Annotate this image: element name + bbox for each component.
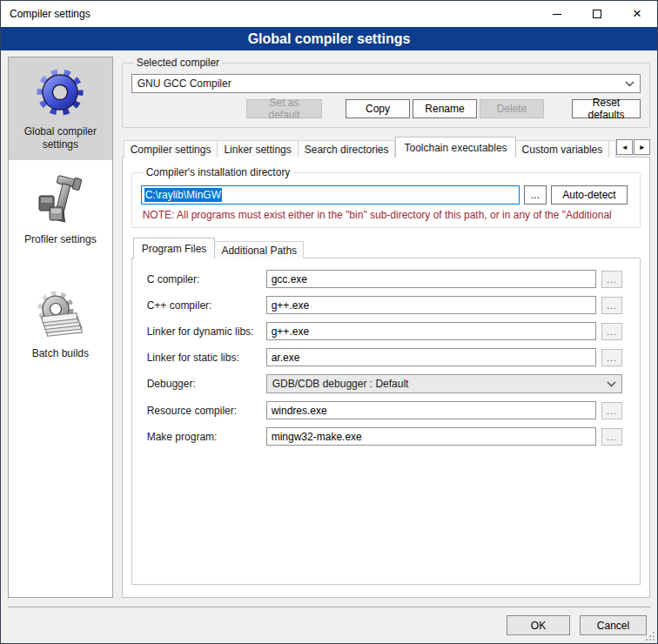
c-compiler-input[interactable] bbox=[266, 270, 596, 288]
cancel-button[interactable]: Cancel bbox=[580, 615, 647, 635]
static-linker-input[interactable] bbox=[266, 348, 596, 366]
field-label: Linker for static libs: bbox=[141, 352, 261, 364]
minimize-button[interactable] bbox=[537, 1, 577, 27]
debugger-select[interactable]: GDB/CDB debugger : Default bbox=[266, 374, 622, 393]
close-icon: × bbox=[633, 5, 641, 23]
compiler-actions: Set as default Copy Rename Delete Reset … bbox=[131, 99, 641, 118]
field-label: C compiler: bbox=[141, 273, 261, 285]
set-as-default-button[interactable]: Set as default bbox=[246, 99, 322, 118]
tab-toolchain-executables[interactable]: Toolchain executables bbox=[395, 137, 515, 158]
sidebar-item-batch-builds[interactable]: Batch builds bbox=[9, 279, 112, 369]
window-title: Compiler settings bbox=[1, 8, 91, 20]
blue-gear-icon bbox=[32, 64, 88, 120]
arrow-right-icon: ► bbox=[639, 144, 646, 151]
chevron-down-icon bbox=[625, 81, 634, 87]
field-row-cpp-compiler: C++ compiler: ... bbox=[141, 296, 622, 314]
reset-defaults-button[interactable]: Reset defaults bbox=[572, 99, 641, 118]
field-row-make-program: Make program: ... bbox=[141, 427, 622, 446]
settings-content: Selected compiler GNU GCC Compiler Set a… bbox=[122, 57, 650, 598]
installation-directory-value: C:\raylib\MinGW bbox=[144, 188, 222, 202]
delete-button[interactable]: Delete bbox=[480, 99, 544, 118]
field-label: Resource compiler: bbox=[141, 405, 261, 417]
resize-grip[interactable] bbox=[645, 631, 655, 641]
dynamic-linker-input[interactable] bbox=[266, 322, 596, 340]
compiler-notebook: Compiler settings Linker settings Search… bbox=[122, 136, 650, 598]
compiler-select-value: GNU GCC Compiler bbox=[138, 77, 620, 90]
settings-sidebar: Global compiler settings bbox=[8, 57, 113, 598]
tab-build-options[interactable]: Build bbox=[609, 140, 616, 158]
installation-directory-group: Compiler's installation directory C:\ray… bbox=[131, 166, 641, 228]
cpp-compiler-browse-button[interactable]: ... bbox=[601, 297, 622, 314]
field-row-resource-compiler: Resource compiler: ... bbox=[141, 401, 622, 419]
footer-separator bbox=[8, 607, 650, 607]
resource-compiler-input[interactable] bbox=[266, 401, 596, 419]
tab-compiler-settings[interactable]: Compiler settings bbox=[124, 140, 218, 158]
maximize-icon bbox=[593, 10, 601, 18]
program-files-notebook: Program Files Additional Paths C compile… bbox=[131, 237, 641, 585]
field-row-static-linker: Linker for static libs: ... bbox=[141, 348, 622, 366]
compiler-select[interactable]: GNU GCC Compiler bbox=[131, 74, 641, 93]
tab-custom-variables[interactable]: Custom variables bbox=[516, 140, 610, 158]
tab-linker-settings[interactable]: Linker settings bbox=[218, 140, 298, 158]
resource-compiler-browse-button[interactable]: ... bbox=[601, 402, 622, 419]
arrow-left-icon: ◄ bbox=[621, 144, 628, 151]
ok-button[interactable]: OK bbox=[507, 615, 570, 635]
tab-program-files[interactable]: Program Files bbox=[133, 238, 216, 258]
field-label: Make program: bbox=[141, 431, 261, 443]
make-program-input[interactable] bbox=[266, 427, 596, 446]
selected-compiler-group-label: Selected compiler bbox=[134, 57, 222, 69]
field-row-c-compiler: C compiler: ... bbox=[141, 270, 622, 288]
make-program-browse-button[interactable]: ... bbox=[601, 428, 622, 446]
field-row-dynamic-linker: Linker for dynamic libs: ... bbox=[141, 322, 622, 340]
titlebar: Compiler settings × bbox=[1, 1, 657, 27]
installation-directory-input[interactable]: C:\raylib\MinGW bbox=[141, 185, 520, 205]
dialog-footer: OK Cancel bbox=[1, 607, 657, 643]
installation-directory-label: Compiler's installation directory bbox=[144, 166, 293, 178]
field-label: Debugger: bbox=[141, 378, 261, 390]
close-button[interactable]: × bbox=[617, 1, 657, 27]
c-compiler-browse-button[interactable]: ... bbox=[601, 271, 622, 288]
tab-search-directories[interactable]: Search directories bbox=[299, 140, 396, 158]
bin-subdirectory-note: NOTE: All programs must exist either in … bbox=[143, 209, 628, 221]
dialog-body: Global compiler settings bbox=[1, 50, 657, 607]
page-title: Global compiler settings bbox=[1, 27, 657, 50]
copy-button[interactable]: Copy bbox=[346, 99, 410, 118]
cpp-compiler-input[interactable] bbox=[266, 296, 596, 314]
field-label: Linker for dynamic libs: bbox=[141, 325, 261, 338]
browse-directory-button[interactable]: ... bbox=[524, 185, 547, 205]
program-files-page: C compiler: ... C++ compiler: ... Linker bbox=[131, 258, 641, 585]
sidebar-item-profiler-settings[interactable]: Profiler settings bbox=[9, 165, 112, 255]
tab-scroll-buttons: ◄ ► bbox=[616, 139, 650, 155]
compiler-settings-window: Compiler settings × Global compiler sett… bbox=[0, 0, 658, 644]
field-label: C++ compiler: bbox=[141, 299, 261, 312]
debugger-select-value: GDB/CDB debugger : Default bbox=[272, 378, 601, 390]
minimize-icon bbox=[553, 14, 561, 15]
chevron-down-icon bbox=[607, 381, 616, 387]
caliper-tool-icon bbox=[32, 172, 88, 228]
compiler-tabs: Compiler settings Linker settings Search… bbox=[122, 136, 650, 157]
sidebar-item-label: Global compiler settings bbox=[12, 125, 109, 151]
tab-scroll-left-button[interactable]: ◄ bbox=[616, 139, 633, 155]
dynamic-linker-browse-button[interactable]: ... bbox=[601, 323, 622, 340]
auto-detect-button[interactable]: Auto-detect bbox=[551, 185, 628, 205]
sidebar-item-global-compiler-settings[interactable]: Global compiler settings bbox=[9, 57, 112, 160]
gray-gear-stack-icon bbox=[32, 286, 88, 342]
installation-directory-row: C:\raylib\MinGW ... Auto-detect bbox=[141, 185, 628, 205]
program-files-tabs: Program Files Additional Paths bbox=[131, 237, 641, 258]
rename-button[interactable]: Rename bbox=[413, 99, 477, 118]
selected-compiler-group: Selected compiler GNU GCC Compiler Set a… bbox=[122, 57, 650, 128]
tab-scroll-right-button[interactable]: ► bbox=[634, 139, 650, 155]
static-linker-browse-button[interactable]: ... bbox=[601, 349, 622, 366]
tab-additional-paths[interactable]: Additional Paths bbox=[215, 241, 304, 258]
window-controls: × bbox=[537, 1, 657, 27]
toolchain-executables-page: Compiler's installation directory C:\ray… bbox=[122, 157, 650, 598]
field-row-debugger: Debugger: GDB/CDB debugger : Default bbox=[141, 374, 622, 393]
maximize-button[interactable] bbox=[577, 1, 617, 27]
sidebar-item-label: Profiler settings bbox=[24, 233, 97, 246]
sidebar-item-label: Batch builds bbox=[32, 347, 89, 360]
